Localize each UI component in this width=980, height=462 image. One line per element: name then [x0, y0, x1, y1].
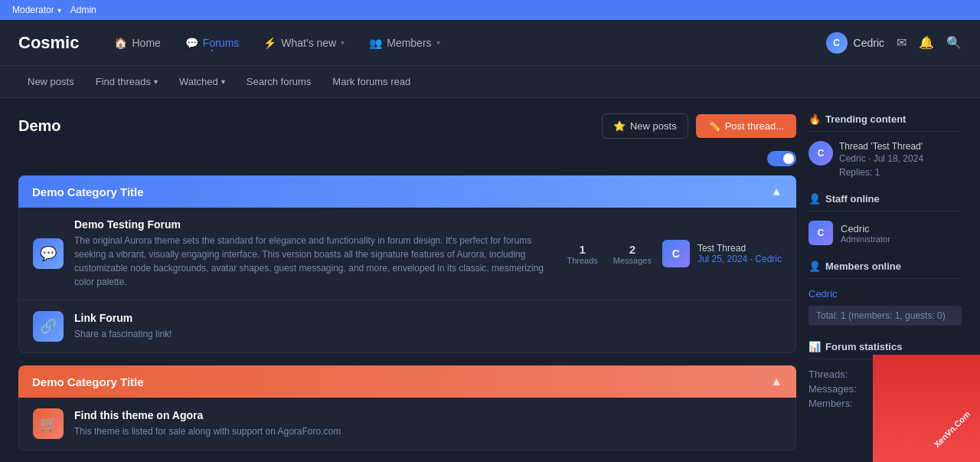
toggle-area — [18, 151, 796, 166]
staff-member-cedric: C Cedric Administrator — [808, 221, 962, 245]
staff-online-title: 👤 Staff online — [808, 193, 962, 211]
category-2-collapse[interactable]: ▲ — [770, 375, 782, 388]
subnav-new-posts[interactable]: New posts — [18, 71, 83, 92]
content-area: Demo ⭐ New posts ✏️ Post thread... Demo … — [18, 113, 796, 462]
forum-item-demo-testing: 💬 Demo Testing Forum The original Aurora… — [19, 208, 795, 300]
mail-icon[interactable]: ✉ — [897, 35, 906, 50]
nav-members-label: Members — [387, 37, 431, 49]
stats-members: Members: 3 — [808, 398, 962, 409]
category-2-body: 🛒 Find this theme on Agora This theme is… — [18, 398, 796, 451]
main-container: Demo ⭐ New posts ✏️ Post thread... Demo … — [0, 98, 980, 462]
category-1: Demo Category Title ▲ 💬 Demo Testing For… — [18, 175, 796, 353]
nav-home[interactable]: 🏠 Home — [103, 31, 171, 55]
members-online-section: 👤 Members online Cedric Total: 1 (member… — [808, 260, 962, 326]
admin-bar-moderator[interactable]: Moderator ▾ — [12, 5, 61, 15]
staff-info-cedric: Cedric Administrator — [841, 223, 890, 244]
new-posts-button[interactable]: ⭐ New posts — [602, 113, 688, 139]
forum-stats-demo-testing: 1 Threads 2 Messages — [567, 243, 652, 265]
trending-replies: Replies: 1 — [839, 167, 962, 178]
threads-label: Threads: — [808, 369, 848, 380]
moderator-label: Moderator — [12, 5, 54, 15]
forum-threads-demo-testing: 1 Threads — [567, 243, 597, 265]
forum-last-title-demo-testing[interactable]: Test Thread — [697, 243, 782, 254]
trending-meta: Cedric · Jul 18, 2024 — [839, 153, 923, 164]
forum-desc-demo-testing: The original Aurora theme sets the stand… — [74, 234, 556, 289]
forum-avatar-demo-testing: 💬 — [33, 238, 64, 269]
category-1-title-area: Demo Category Title — [32, 185, 144, 198]
forum-stats-section: 📊 Forum statistics Threads: 1 Messages: … — [808, 341, 962, 409]
messages-value: 2 — [956, 383, 962, 395]
forum-name-link[interactable]: Link Forum — [74, 312, 782, 324]
category-1-body: 💬 Demo Testing Forum The original Aurora… — [18, 208, 796, 353]
main-nav: 🏠 Home 💬 Forums ⚡ What's new ▾ 👥 Members… — [103, 31, 825, 55]
stats-icon: 📊 — [808, 341, 821, 352]
forum-avatar-agora: 🛒 — [33, 408, 64, 439]
page-header: Demo ⭐ New posts ✏️ Post thread... — [18, 113, 796, 139]
trending-thread-title[interactable]: Thread 'Test Thread' — [839, 141, 923, 152]
category-1-collapse[interactable]: ▲ — [770, 185, 782, 198]
trending-title: 🔥 Trending content — [808, 113, 962, 132]
members-online-cedric[interactable]: Cedric — [808, 288, 962, 300]
new-posts-icon: ⭐ — [613, 120, 626, 132]
moderator-chevron: ▾ — [57, 6, 61, 15]
subnav-search-forums[interactable]: Search forums — [237, 71, 321, 92]
nav-forums[interactable]: 💬 Forums — [175, 31, 250, 55]
search-icon[interactable]: 🔍 — [946, 35, 962, 50]
category-2: Demo Category Title ▲ 🛒 Find this theme … — [18, 365, 796, 451]
admin-bar: Moderator ▾ Admin — [0, 0, 980, 20]
forum-name-agora[interactable]: Find this theme on Agora — [74, 409, 782, 421]
forum-info-link: Link Forum Share a fascinating link! — [74, 312, 782, 341]
page-title: Demo — [18, 117, 61, 135]
post-thread-button[interactable]: ✏️ Post thread... — [696, 114, 796, 138]
nav-forums-label: Forums — [203, 37, 239, 49]
find-threads-chevron: ▾ — [154, 77, 158, 86]
stats-messages: Messages: 2 — [808, 383, 962, 395]
subnav-find-threads[interactable]: Find threads ▾ — [87, 71, 167, 92]
forum-last-avatar-demo-testing: C — [662, 240, 690, 267]
whats-new-icon: ⚡ — [263, 37, 276, 49]
members-value: 3 — [956, 398, 962, 409]
forum-desc-link: Share a fascinating link! — [74, 327, 782, 341]
logo[interactable]: Cosmic — [18, 33, 79, 53]
forum-info-agora: Find this theme on Agora This theme is l… — [74, 409, 782, 438]
members-chevron: ▾ — [436, 38, 440, 47]
forum-desc-agora: This theme is listed for sale along with… — [74, 424, 782, 438]
forums-icon: 💬 — [185, 37, 198, 49]
forum-item-agora: 🛒 Find this theme on Agora This theme is… — [19, 398, 795, 450]
sidebar: 🔥 Trending content C Thread 'Test Thread… — [808, 113, 962, 462]
nav-members[interactable]: 👥 Members ▾ — [358, 31, 450, 55]
messages-label: Messages: — [808, 383, 857, 395]
trending-text: Thread 'Test Thread' Cedric · Jul 18, 20… — [839, 141, 923, 164]
subnav-mark-read[interactable]: Mark forums read — [323, 71, 420, 92]
nav-whats-new[interactable]: ⚡ What's new ▾ — [253, 31, 355, 55]
stats-threads: Threads: 1 — [808, 369, 962, 380]
whats-new-chevron: ▾ — [341, 38, 345, 47]
subnav-watched[interactable]: Watched ▾ — [170, 71, 234, 92]
forum-last-info-demo-testing: Test Thread Jul 25, 2024 · Cedric — [697, 243, 782, 264]
sub-nav: New posts Find threads ▾ Watched ▾ Searc… — [0, 66, 980, 98]
forum-messages-demo-testing: 2 Messages — [613, 243, 652, 265]
header-right: C Cedric ✉ 🔔 🔍 — [826, 32, 962, 54]
members-online-title: 👤 Members online — [808, 260, 962, 279]
forum-avatar-link: 🔗 — [33, 311, 64, 342]
staff-name-cedric[interactable]: Cedric — [841, 223, 890, 234]
members-label: Members: — [808, 398, 853, 409]
forum-info-demo-testing: Demo Testing Forum The original Aurora t… — [74, 218, 556, 289]
header-username: Cedric — [854, 37, 884, 49]
forum-last-demo-testing: C Test Thread Jul 25, 2024 · Cedric — [662, 240, 782, 267]
category-2-header: Demo Category Title ▲ — [18, 365, 796, 398]
nav-home-label: Home — [132, 37, 160, 49]
new-posts-label: New posts — [630, 120, 677, 132]
forum-item-link: 🔗 Link Forum Share a fascinating link! — [19, 300, 795, 352]
header-user[interactable]: C Cedric — [826, 32, 884, 54]
category-2-title-area: Demo Category Title — [32, 375, 144, 388]
home-icon: 🏠 — [114, 37, 127, 49]
link-avatar-icon: 🔗 — [40, 318, 57, 335]
forum-name-demo-testing[interactable]: Demo Testing Forum — [74, 218, 556, 231]
bell-icon[interactable]: 🔔 — [919, 35, 934, 50]
forum-stats-title: 📊 Forum statistics — [808, 341, 962, 359]
admin-bar-admin[interactable]: Admin — [70, 5, 96, 15]
staff-icon: 👤 — [808, 193, 821, 205]
view-toggle[interactable] — [767, 151, 796, 166]
admin-label: Admin — [70, 5, 96, 15]
